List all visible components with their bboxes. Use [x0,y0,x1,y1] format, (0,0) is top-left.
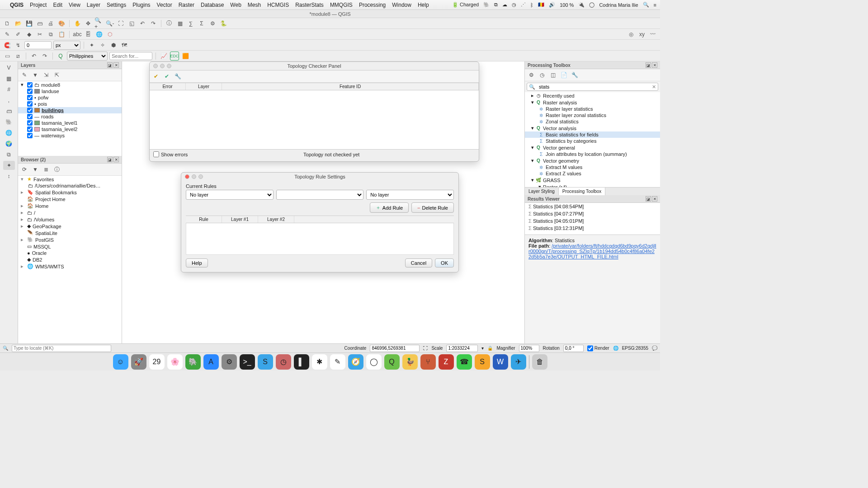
zoom-last-icon[interactable]: ↶ [138,19,147,28]
browser-userpath[interactable]: /Users/codrinamariallie/Des… [35,183,101,188]
validate-all-icon[interactable]: ✔ [151,72,160,81]
dock-finder-icon[interactable]: ☺ [113,354,128,370]
rot-input[interactable] [563,345,584,352]
postgis-icon[interactable]: 🐘 [3,117,15,127]
dock-telegram-icon[interactable]: ✈ [511,354,526,370]
dock-launchpad-icon[interactable]: 🚀 [131,354,146,370]
toolbox-vector-general[interactable]: Vector general [543,145,575,150]
topology-checker-panel[interactable]: Topology Checker Panel ✔ ✔ 🔧 Error Layer… [149,61,479,162]
layer-cb[interactable] [27,95,33,100]
battery-icon[interactable]: 🔌 [578,2,585,8]
paste-icon[interactable]: 📋 [57,30,66,39]
layer-cb[interactable] [27,127,33,132]
toolbox-vector-geometry[interactable]: Vector geometry [543,158,579,164]
menu-web[interactable]: Web [230,2,241,8]
calc-icon[interactable]: ∑ [186,19,195,28]
deselect-icon[interactable]: ⧄ [14,52,23,61]
toolbox-item-selected[interactable]: Basic statistics for fields [546,132,599,137]
vector-layer-icon[interactable]: V [3,63,15,72]
dock-notes-icon[interactable]: ✎ [330,354,345,370]
validate-extent-icon[interactable]: ✔ [162,72,171,81]
dock-word-icon[interactable]: W [493,354,508,370]
browser-wms[interactable]: WMS/WMTS [35,264,64,269]
search-input[interactable] [109,52,152,60]
dock-safari-icon[interactable]: 🧭 [348,354,363,370]
browser-spatialite[interactable]: SpatiaLite [35,230,57,236]
layers-detach-icon[interactable]: ◪ [107,62,113,68]
label-icon[interactable]: abc [73,30,82,39]
menu-window[interactable]: Window [392,2,411,8]
pan-icon[interactable]: ✋ [73,19,82,28]
style-icon[interactable]: 🎨 [57,19,66,28]
layer-cb[interactable] [27,114,33,119]
q-icon[interactable]: Q [56,52,65,61]
menu-processing[interactable]: Processing [359,2,386,8]
cloud-icon[interactable]: ☁︎ [502,2,507,8]
ok-button[interactable]: OK [435,258,454,267]
result-item[interactable]: Statistics [03:12:31PM] [533,225,584,231]
globe-icon[interactable]: 🌐 [94,30,104,39]
add-rule-button[interactable]: ＋Add Rule [370,202,409,213]
db-icon[interactable]: 🗄 [84,30,93,39]
user-avatar-icon[interactable]: ◯ [589,2,594,8]
misc1-icon[interactable]: ✦ [87,41,96,50]
layer-tasmania1[interactable]: tasmania_level1 [42,120,78,126]
chart-icon[interactable]: 📈 [159,52,168,61]
browser-favorites[interactable]: Favorites [33,177,54,182]
toolbox-searchbox[interactable]: 🔍 ✕ [527,83,658,91]
delete-rule-button[interactable]: −Delete Rule [411,202,454,213]
props-icon[interactable]: ⓘ [52,165,61,174]
max-dot-icon[interactable] [198,174,203,179]
expand-icon[interactable]: ⇲ [42,70,51,80]
topology-icon[interactable]: ⬡ [105,30,114,39]
group-checkbox[interactable] [27,82,33,88]
osm-icon[interactable]: 🗺 [120,41,129,50]
map-canvas[interactable]: Topology Checker Panel ✔ ✔ 🔧 Error Layer… [122,61,524,343]
select-icon[interactable]: ▭ [3,52,12,61]
browser-root[interactable]: / [34,210,35,216]
node-icon[interactable]: ◆ [24,30,33,39]
snap-icon[interactable]: 🧲 [3,41,12,50]
redo-icon[interactable]: ↷ [40,52,49,61]
clock-icon[interactable]: ◷ [512,2,516,8]
menu-vector[interactable]: Vector [157,2,172,8]
rule-type-select[interactable] [276,190,364,200]
results-list[interactable]: Σ Statistics [04:08:54PM] Σ Statistics [… [525,203,660,235]
render-checkbox[interactable] [587,345,593,352]
layer-cb[interactable] [27,120,33,126]
donut-icon[interactable]: ◎ [627,30,636,39]
browser-geopackage[interactable]: GeoPackage [33,224,61,229]
dock-calendar-icon[interactable]: 29 [149,354,165,370]
toolbox-detach-icon[interactable]: ◪ [646,62,651,68]
toolbox-item[interactable]: Zonal statistics [546,119,579,124]
dock-app1-icon[interactable]: ◷ [276,354,291,370]
layer-cb[interactable] [27,133,33,138]
snap-unit-select[interactable]: px [53,41,80,50]
lock-icon[interactable]: 🔒 [487,346,493,351]
menu-settings[interactable]: Settings [107,2,126,8]
toolbox-item[interactable]: Extract Z values [546,171,581,176]
line-tool-icon[interactable]: 〰 [648,30,657,39]
menu-plugins[interactable]: Plugins [132,2,150,8]
toolbox-item[interactable]: Extract M values [546,164,582,170]
xy-icon[interactable]: xy [637,30,646,39]
browser-mssql[interactable]: MSSQL [33,244,51,249]
raster-layer-icon[interactable]: ▦ [3,74,15,83]
table-icon[interactable]: ▦ [175,19,184,28]
zoom-layer-icon[interactable]: ◱ [127,19,136,28]
style-preset-icon[interactable]: ✎ [20,70,29,80]
browser-postgis[interactable]: PostGIS [35,237,54,243]
extent-icon[interactable]: ⛶ [423,346,428,351]
browser-home[interactable]: Home [35,203,48,209]
collapse-icon[interactable]: ⇱ [52,70,61,80]
trace-icon[interactable]: ↯ [14,41,23,50]
zoom-full-icon[interactable]: ⛶ [116,19,125,28]
browser-volumes[interactable]: /Volumes [34,217,54,222]
mesh-layer-icon[interactable]: # [3,85,15,94]
dock-slack-icon[interactable]: ✱ [312,354,327,370]
show-errors-checkbox[interactable] [153,151,159,157]
dock-whatsapp-icon[interactable]: ☎ [457,354,472,370]
result-item[interactable]: Statistics [04:07:27PM] [533,211,584,216]
collapse2-icon[interactable]: ≣ [42,165,51,174]
misc2-icon[interactable]: ✧ [98,41,107,50]
